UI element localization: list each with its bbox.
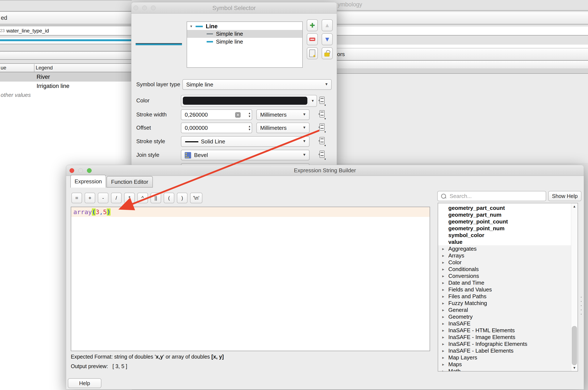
list-group[interactable]: ▸Color: [438, 259, 578, 266]
symbol-selector-titlebar[interactable]: Symbol Selector: [131, 2, 337, 14]
list-item[interactable]: value: [438, 239, 578, 245]
spin-up-icon: ▲: [248, 125, 251, 128]
list-group[interactable]: ▸General: [438, 306, 578, 313]
list-item[interactable]: geometry_point_num: [438, 225, 578, 232]
column-divider[interactable]: [34, 64, 34, 72]
list-item[interactable]: geometry_point_count: [438, 218, 578, 225]
render-mode-row[interactable]: ed: [0, 12, 132, 24]
list-group[interactable]: ▸Math: [438, 368, 578, 372]
combo-arrow-icon[interactable]: ▼: [311, 99, 315, 103]
list-group[interactable]: ▸Fuzzy Matching: [438, 300, 578, 306]
list-group[interactable]: ▸Files and Paths: [438, 293, 578, 300]
move-layer-down-button[interactable]: ▼: [322, 33, 333, 45]
list-group[interactable]: ▸InaSAFE - Label Elements: [438, 347, 578, 354]
preview-line-teal: [136, 44, 182, 45]
solid-line-icon: [185, 141, 198, 142]
duplicate-layer-button[interactable]: ✱: [307, 47, 318, 59]
remove-symbol-layer-button[interactable]: [307, 33, 318, 45]
stroke-style-combo[interactable]: Solid Line ▼: [181, 136, 310, 147]
output-preview-label: Output preview:: [71, 363, 108, 369]
color-ramp-row[interactable]: ors: [336, 48, 588, 60]
list-item[interactable]: geometry_part_count: [438, 204, 578, 211]
symbol-layer-type-combo[interactable]: Simple line ▼: [182, 79, 332, 90]
spin-up-icon: ▲: [248, 112, 251, 114]
list-group[interactable]: ▸Fields and Values: [438, 286, 578, 293]
add-symbol-layer-button[interactable]: ✚: [307, 19, 318, 31]
list-group[interactable]: ▸Arrays: [438, 252, 578, 259]
expression-builder-titlebar[interactable]: Expression String Builder: [66, 165, 584, 176]
expand-arrow-icon: ▸: [438, 253, 448, 258]
tab-function-editor[interactable]: Function Editor: [107, 176, 153, 188]
clear-value-icon[interactable]: ✕: [235, 112, 241, 118]
operator-concat-button[interactable]: ||: [151, 193, 161, 203]
list-item[interactable]: symbol_color: [438, 232, 578, 239]
list-group[interactable]: ▸Aggregates: [438, 245, 578, 252]
operator-minus-button[interactable]: -: [98, 193, 108, 203]
background-row: [336, 68, 588, 74]
operator-divide-button[interactable]: /: [111, 193, 122, 203]
field-combo-row[interactable]: 23 water_line_type_id: [0, 27, 132, 36]
offset-label: Offset: [136, 123, 151, 132]
operator-close-paren-button[interactable]: ): [177, 193, 187, 203]
list-group[interactable]: ▸InaSAFE - HTML Elements: [438, 327, 578, 334]
list-group[interactable]: ▸InaSAFE: [438, 320, 578, 327]
spinner-arrows[interactable]: ▲▼: [248, 123, 251, 133]
operator-equals-button[interactable]: =: [71, 193, 82, 203]
swatch-divider: [309, 96, 309, 105]
stroke-width-spinbox[interactable]: 0,260000 ✕ ▲▼: [181, 109, 252, 120]
join-style-combo[interactable]: Bevel ▼: [181, 150, 310, 160]
unlock-icon: [324, 50, 330, 56]
operator-newline-button[interactable]: '\n': [190, 193, 202, 203]
symbol-preview-line: [0, 39, 132, 41]
function-search-input[interactable]: Search...: [437, 191, 546, 201]
show-help-button[interactable]: Show Help: [548, 191, 582, 201]
tab-expression[interactable]: Expression: [70, 175, 106, 188]
column-header-value: ue: [1, 64, 6, 72]
list-group[interactable]: ▸Conversions: [438, 273, 578, 279]
help-button[interactable]: Help: [68, 378, 102, 388]
list-group[interactable]: ▸Conditionals: [438, 266, 578, 273]
other-values-row[interactable]: other values: [0, 91, 132, 99]
disclosure-down-icon[interactable]: ▼: [190, 24, 193, 28]
tree-row-line[interactable]: ▼ Line: [187, 23, 302, 30]
scroll-down-icon[interactable]: ▼: [571, 366, 578, 370]
offset-unit-combo[interactable]: Millimeters ▼: [256, 123, 310, 133]
scrollbar-thumb[interactable]: [572, 326, 577, 365]
operator-power-button[interactable]: ^: [137, 193, 148, 203]
category-row[interactable]: Irrigation line: [0, 82, 132, 91]
tree-row-simple-line[interactable]: Simple line: [187, 38, 302, 46]
color-swatch-button[interactable]: ▼: [181, 95, 317, 107]
category-row-selected[interactable]: River: [0, 72, 132, 82]
function-list-scrollbar[interactable]: ▲ ▼: [571, 203, 578, 371]
operator-multiply-button[interactable]: *: [124, 193, 135, 203]
offset-data-defined-override-button[interactable]: ▼: [318, 123, 325, 132]
stroke-width-unit-combo[interactable]: Millimeters ▼: [256, 109, 310, 120]
list-group[interactable]: ▸Maps: [438, 361, 578, 368]
scroll-up-icon[interactable]: ▲: [571, 204, 578, 208]
expression-string-builder-window: Expression String Builder Expression Fun…: [66, 165, 584, 390]
splitter-handle[interactable]: [581, 297, 582, 315]
spinner-arrows[interactable]: ▲▼: [248, 110, 251, 120]
offset-spinbox[interactable]: 0,000000 ▲▼: [181, 123, 252, 133]
list-group[interactable]: ▸InaSAFE - Infographic Elements: [438, 341, 578, 347]
list-group[interactable]: ▸Geometry: [438, 313, 578, 320]
join-style-data-defined-override-button[interactable]: ▼: [318, 151, 325, 159]
expression-editor[interactable]: array(3,5): [71, 207, 430, 351]
stroke-style-data-defined-override-button[interactable]: ▼: [318, 137, 325, 146]
function-list[interactable]: geometry_part_count geometry_part_num ge…: [438, 203, 578, 372]
list-item[interactable]: geometry_part_num: [438, 211, 578, 218]
lock-color-button[interactable]: [322, 47, 333, 59]
list-group[interactable]: ▸Map Layers: [438, 354, 578, 361]
stroke-width-data-defined-override-button[interactable]: ▼: [318, 110, 325, 119]
numeric-field-icon: 23: [0, 28, 5, 33]
list-group[interactable]: ▸Date and Time: [438, 279, 578, 286]
legend-header-row[interactable]: ue Legend: [0, 63, 132, 72]
symbol-layer-type-label: Symbol layer type: [136, 80, 180, 89]
color-data-defined-override-button[interactable]: ▼: [318, 97, 325, 105]
open-paren-token: (: [92, 208, 96, 216]
operator-plus-button[interactable]: +: [85, 193, 95, 203]
list-group[interactable]: ▸InaSAFE - Image Elements: [438, 334, 578, 341]
move-layer-up-button[interactable]: ▲: [322, 19, 333, 31]
operator-open-paren-button[interactable]: (: [164, 193, 174, 203]
tree-row-simple-line-selected[interactable]: Simple line: [187, 30, 302, 38]
